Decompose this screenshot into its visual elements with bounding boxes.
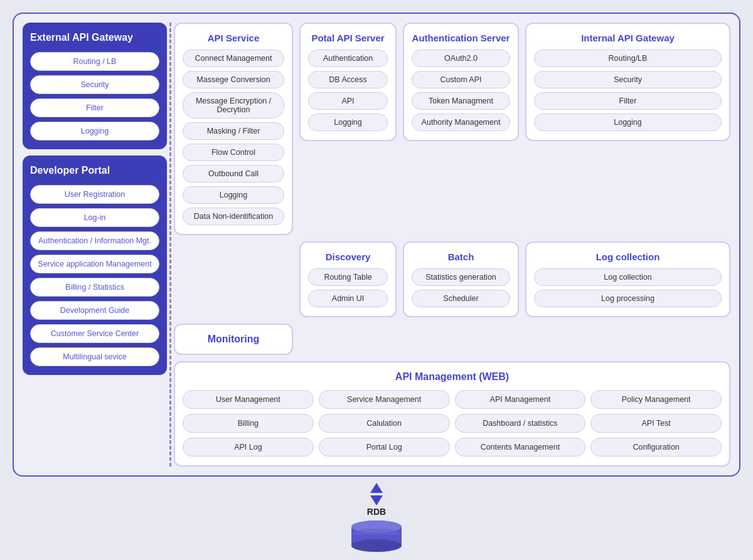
api-management-grid: User Management Service Management API M… <box>183 390 722 457</box>
api-mgmt-item-2: API Management <box>455 390 586 409</box>
api-mgmt-item-10: Contents Management <box>455 438 586 457</box>
auth-server-item-0: OAuth2.0 <box>412 50 510 67</box>
auth-server-item-3: Authority Management <box>412 114 510 131</box>
outer-wrapper: External API Gateway Routing / LB Securi… <box>13 13 740 477</box>
user-registration-btn[interactable]: User Registration <box>30 185 159 204</box>
development-guide-btn[interactable]: Development Guide <box>30 301 159 320</box>
discovery-box: Discovery Routing Table Admin UI <box>299 241 397 317</box>
monitoring-row: Monitoring <box>174 324 730 355</box>
api-service-item-2: Message Encryption / Decrytion <box>183 92 284 119</box>
api-mgmt-item-0: User Management <box>183 390 314 409</box>
auth-server-title: Authentication Server <box>412 33 510 43</box>
portal-api-server-title: Potal API Server <box>308 33 388 43</box>
portal-api-item-1: DB Access <box>308 71 388 88</box>
developer-portal-title: Developer Portal <box>30 164 159 177</box>
api-management-box: API Management (WEB) User Management Ser… <box>174 361 730 467</box>
internal-api-item-2: Filter <box>534 92 722 110</box>
discovery-item-0: Routing Table <box>308 268 388 286</box>
main-container: External API Gateway Routing / LB Securi… <box>13 13 740 554</box>
internal-api-item-1: Security <box>534 71 722 88</box>
external-api-gateway-title: External API Gateway <box>30 31 159 45</box>
middle-boxes-row: Discovery Routing Table Admin UI Batch S… <box>299 241 730 317</box>
top-boxes-row: API Service Connect Management Massege C… <box>174 23 730 235</box>
api-mgmt-item-5: Calulation <box>319 414 450 433</box>
billing-statistics-btn[interactable]: Billing / Statistics <box>30 278 159 297</box>
monitoring-title: Monitoring <box>208 334 260 345</box>
rdb-label: RDB <box>367 507 386 517</box>
rdb-cylinder-icon <box>348 519 405 554</box>
divider <box>169 23 171 467</box>
left-panel: External API Gateway Routing / LB Securi… <box>23 23 167 467</box>
batch-item-0: Statistics generation <box>412 268 510 286</box>
api-service-item-1: Massege Conversion <box>183 71 284 88</box>
bottom-area: RDB <box>13 482 740 554</box>
security-btn[interactable]: Security <box>30 75 159 94</box>
api-mgmt-item-6: Dashboard / statistics <box>455 414 586 433</box>
auth-server-item-1: Custom API <box>412 71 510 88</box>
svg-marker-1 <box>370 495 383 505</box>
auth-server-item-2: Token Managment <box>412 92 510 110</box>
api-mgmt-item-1: Service Management <box>319 390 450 409</box>
internal-api-item-0: Routing/LB <box>534 50 722 67</box>
discovery-item-1: Admin UI <box>308 290 388 307</box>
api-mgmt-item-3: Policy Management <box>590 390 722 409</box>
batch-title: Batch <box>412 251 510 262</box>
api-mgmt-item-9: Portal Log <box>319 438 450 457</box>
customer-service-center-btn[interactable]: Customer Service Center <box>30 324 159 343</box>
discovery-title: Discovery <box>308 251 388 262</box>
log-collection-title: Log collection <box>534 251 722 262</box>
api-service-title: API Service <box>183 33 284 43</box>
right-area: API Service Connect Management Massege C… <box>174 23 730 467</box>
api-mgmt-item-7: API Test <box>590 414 722 433</box>
portal-api-item-2: API <box>308 92 388 110</box>
multilingual-service-btn[interactable]: Multilingual sevice <box>30 347 159 366</box>
api-management-title: API Management (WEB) <box>183 371 722 383</box>
developer-portal-panel: Developer Portal User Registration Log-i… <box>23 156 167 375</box>
auth-info-mgt-btn[interactable]: Authentication / Information Mgt. <box>30 231 159 250</box>
svg-marker-0 <box>370 483 383 493</box>
log-collection-item-0: Log collection <box>534 268 722 286</box>
svg-point-8 <box>351 539 402 552</box>
api-mgmt-item-8: API Log <box>183 438 314 457</box>
log-collection-box: Log collection Log collection Log proces… <box>525 241 730 317</box>
batch-box: Batch Statistics generation Scheduler <box>403 241 519 317</box>
auth-server-box: Authentication Server OAuth2.0 Custom AP… <box>403 23 519 141</box>
portal-api-item-0: Authentication <box>308 50 388 67</box>
api-service-item-4: Flow Control <box>183 144 284 161</box>
internal-api-item-3: Logging <box>534 114 722 131</box>
bidirectional-arrow-icon <box>363 482 390 507</box>
portal-api-item-3: Logging <box>308 114 388 131</box>
api-mgmt-item-4: Billing <box>183 414 314 433</box>
api-service-item-5: Outbound Call <box>183 165 284 182</box>
api-service-item-0: Connect Management <box>183 50 284 67</box>
api-service-box: API Service Connect Management Massege C… <box>174 23 293 235</box>
service-app-mgmt-btn[interactable]: Service application Management <box>30 255 159 273</box>
monitoring-box: Monitoring <box>174 324 293 355</box>
log-in-btn[interactable]: Log-in <box>30 208 159 227</box>
routing-lb-btn[interactable]: Routing / LB <box>30 52 159 71</box>
outer-top: External API Gateway Routing / LB Securi… <box>23 23 730 467</box>
internal-api-gateway-box: Internal API Gateway Routing/LB Security… <box>525 23 730 141</box>
internal-api-gateway-title: Internal API Gateway <box>534 33 722 43</box>
portal-api-server-box: Potal API Server Authentication DB Acces… <box>299 23 397 141</box>
logging-btn[interactable]: Logging <box>30 122 159 140</box>
api-service-item-7: Data Non-identification <box>183 208 284 225</box>
external-api-gateway-panel: External API Gateway Routing / LB Securi… <box>23 23 167 149</box>
api-service-item-6: Logging <box>183 186 284 204</box>
log-collection-item-1: Log processing <box>534 290 722 307</box>
api-mgmt-item-11: Configuration <box>590 438 722 457</box>
filter-btn[interactable]: Filter <box>30 98 159 117</box>
batch-item-1: Scheduler <box>412 290 510 307</box>
api-service-item-3: Masking / Filter <box>183 122 284 140</box>
